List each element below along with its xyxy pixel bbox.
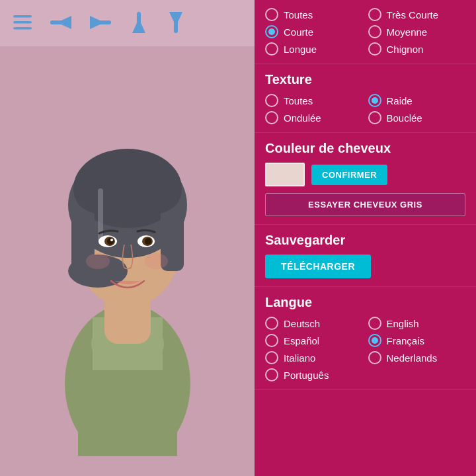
langue-francais-radio[interactable] — [368, 334, 381, 347]
texture-raide[interactable]: Raide — [368, 94, 466, 107]
longueur-section: Toutes Très Courte Courte Moyenne — [255, 0, 476, 64]
langue-deutsch[interactable]: Deutsch — [265, 317, 363, 330]
langue-deutsch-radio[interactable] — [265, 317, 278, 330]
langue-francais-radio-inner — [372, 337, 378, 344]
longueur-chignon[interactable]: Chignon — [368, 42, 466, 56]
langue-espanol[interactable]: Español — [265, 334, 363, 347]
menu-button[interactable] — [11, 13, 34, 34]
confirmer-button[interactable]: CONFIRMER — [311, 165, 387, 185]
svg-point-23 — [76, 178, 179, 218]
longueur-toutes-radio[interactable] — [265, 8, 278, 21]
texture-bouclee-label: Bouclée — [387, 112, 422, 124]
svg-rect-8 — [137, 12, 141, 25]
texture-raide-label: Raide — [387, 95, 413, 106]
langue-english[interactable]: English — [368, 317, 466, 330]
svg-rect-4 — [50, 20, 63, 24]
svg-point-27 — [107, 238, 114, 245]
longueur-courte-label: Courte — [284, 26, 313, 38]
longueur-longue-radio[interactable] — [265, 42, 278, 56]
texture-raide-radio[interactable] — [368, 94, 381, 107]
back-arrow-icon — [50, 13, 71, 32]
langue-espanol-radio[interactable] — [265, 334, 278, 347]
portrait-area — [0, 46, 255, 476]
texture-toutes[interactable]: Toutes — [265, 94, 363, 107]
longueur-courte-radio[interactable] — [265, 25, 278, 38]
toolbar — [0, 0, 255, 46]
texture-bouclee-radio[interactable] — [368, 111, 381, 124]
langue-francais[interactable]: Français — [368, 334, 466, 347]
langue-english-radio[interactable] — [368, 317, 381, 330]
langue-nederlands[interactable]: Nederlands — [368, 351, 466, 364]
texture-ondulee[interactable]: Ondulée — [265, 111, 363, 124]
couleur-title: Couleur de cheveux — [265, 141, 465, 156]
sauvegarder-title: Sauvegarder — [265, 233, 465, 248]
svg-rect-1 — [13, 21, 32, 24]
langue-portugues-radio[interactable] — [265, 368, 278, 381]
langue-english-label: English — [387, 318, 419, 329]
langue-italiano-radio[interactable] — [265, 351, 278, 364]
langue-francais-label: Français — [387, 335, 425, 346]
longueur-chignon-radio[interactable] — [368, 42, 381, 56]
longueur-longue-label: Longue — [284, 44, 317, 55]
sauvegarder-section: Sauvegarder TÉLÉCHARGER — [255, 225, 476, 287]
portrait-image — [38, 66, 217, 456]
longueur-tres-courte-radio[interactable] — [368, 8, 381, 21]
svg-point-32 — [86, 253, 110, 269]
langue-italiano-label: Italiano — [284, 352, 315, 364]
longueur-chignon-label: Chignon — [387, 44, 424, 55]
langue-title: Langue — [265, 295, 465, 310]
svg-rect-0 — [13, 15, 32, 18]
longueur-longue[interactable]: Longue — [265, 42, 363, 56]
svg-rect-6 — [98, 20, 111, 24]
texture-options: Toutes Raide Ondulée Bouclée — [265, 94, 465, 124]
langue-options: Deutsch English Español Français — [265, 317, 465, 381]
down-button[interactable] — [164, 9, 188, 38]
back-button[interactable] — [48, 11, 74, 36]
svg-point-28 — [110, 239, 113, 241]
langue-espanol-label: Español — [284, 335, 319, 346]
couleur-controls: CONFIRMER — [265, 163, 465, 186]
langue-section: Langue Deutsch English Español — [255, 287, 476, 390]
texture-raide-radio-inner — [372, 97, 378, 104]
langue-nederlands-label: Nederlands — [387, 352, 438, 364]
langue-deutsch-label: Deutsch — [284, 318, 320, 329]
menu-icon — [13, 15, 32, 30]
texture-section: Texture Toutes Raide Ondulée B — [255, 64, 476, 133]
longueur-toutes-label: Toutes — [284, 9, 313, 20]
couleur-section: Couleur de cheveux CONFIRMER ESSAYER CHE… — [255, 133, 476, 225]
longueur-moyenne-radio[interactable] — [368, 25, 381, 38]
down-arrow-icon — [167, 12, 185, 33]
texture-toutes-label: Toutes — [284, 95, 313, 106]
longueur-moyenne[interactable]: Moyenne — [368, 25, 466, 38]
right-panel: Toutes Très Courte Courte Moyenne — [255, 0, 476, 476]
svg-point-33 — [144, 253, 168, 269]
langue-portugues[interactable]: Português — [265, 368, 363, 381]
telecharger-button[interactable]: TÉLÉCHARGER — [265, 255, 371, 278]
forward-button[interactable] — [87, 11, 114, 36]
texture-toutes-radio[interactable] — [265, 94, 278, 107]
texture-ondulee-radio[interactable] — [265, 111, 278, 124]
texture-ondulee-label: Ondulée — [284, 112, 321, 124]
svg-point-31 — [145, 238, 151, 245]
langue-nederlands-radio[interactable] — [368, 351, 381, 364]
forward-arrow-icon — [90, 13, 111, 32]
svg-rect-2 — [13, 27, 32, 30]
longueur-tres-courte[interactable]: Très Courte — [368, 8, 466, 21]
longueur-courte[interactable]: Courte — [265, 25, 363, 38]
langue-italiano[interactable]: Italiano — [265, 351, 363, 364]
up-button[interactable] — [127, 9, 151, 38]
longueur-toutes[interactable]: Toutes — [265, 8, 363, 21]
left-panel — [0, 0, 255, 476]
svg-rect-13 — [78, 370, 177, 456]
texture-title: Texture — [265, 72, 465, 87]
texture-bouclee[interactable]: Bouclée — [368, 111, 466, 124]
longueur-options: Toutes Très Courte Courte Moyenne — [265, 8, 465, 56]
svg-rect-10 — [174, 20, 178, 33]
langue-portugues-label: Português — [284, 370, 329, 381]
longueur-moyenne-label: Moyenne — [387, 26, 428, 38]
essayer-button[interactable]: ESSAYER CHEVEUX GRIS — [265, 193, 465, 216]
up-arrow-icon — [130, 12, 148, 33]
longueur-tres-courte-label: Très Courte — [387, 9, 439, 20]
longueur-courte-radio-inner — [268, 28, 275, 35]
color-swatch[interactable] — [265, 163, 305, 186]
